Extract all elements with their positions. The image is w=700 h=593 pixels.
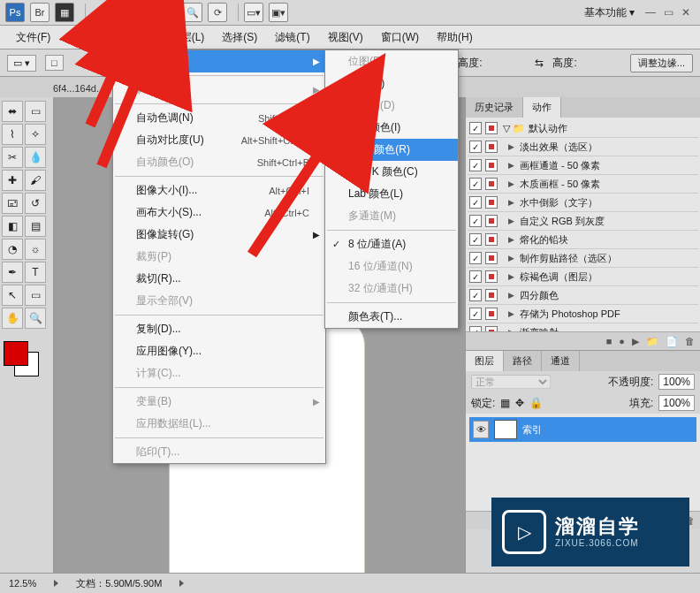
watermark-logo-icon: ▷ <box>502 510 546 554</box>
lock-label: 锁定: <box>471 396 495 411</box>
layer-item[interactable]: 👁 索引 <box>469 417 696 442</box>
action-item[interactable]: ✓▶画框通道 - 50 像素 <box>468 156 698 175</box>
crop-tool-icon[interactable]: ✂ <box>2 147 23 168</box>
screen-mode-icon[interactable]: ▣▾ <box>269 3 288 22</box>
action-item[interactable]: ✓▶淡出效果（选区） <box>468 138 698 156</box>
color-swatches[interactable] <box>2 339 42 369</box>
stop-icon[interactable]: ■ <box>606 336 612 346</box>
menu-filter[interactable]: 滤镜(T) <box>266 27 318 49</box>
menu-select[interactable]: 选择(S) <box>213 27 266 49</box>
zoom-tool-icon[interactable]: 🔍 <box>183 3 202 22</box>
tool-preset[interactable]: ▭ ▾ <box>7 55 36 72</box>
tab-paths[interactable]: 路径 <box>504 351 542 371</box>
fill-field[interactable]: 100% <box>658 395 695 411</box>
record-icon[interactable]: ● <box>619 336 625 346</box>
eyedropper-tool-icon[interactable]: 💧 <box>25 147 46 168</box>
opacity-field[interactable]: 100% <box>658 374 695 390</box>
action-item[interactable]: ✓▶四分颜色 <box>468 286 698 305</box>
gradient-tool-icon[interactable]: ▤ <box>25 216 46 237</box>
move-tool-icon[interactable]: ⬌ <box>2 101 23 122</box>
mi-trap: 陷印(T)... <box>113 441 325 463</box>
menu-window[interactable]: 窗口(W) <box>372 27 428 49</box>
height-label: 高度: <box>458 56 482 71</box>
menu-layer[interactable]: 图层(L) <box>162 27 214 49</box>
tab-channels[interactable]: 通道 <box>542 351 580 371</box>
type-tool-icon[interactable]: T <box>25 262 46 283</box>
layer-thumb <box>494 420 517 439</box>
new-action-icon[interactable]: 📄 <box>666 336 678 347</box>
window-restore[interactable]: ▭ <box>659 6 677 19</box>
brush-tool-icon[interactable]: 🖌 <box>25 170 46 191</box>
mi-ctable[interactable]: 颜色表(T)... <box>325 306 458 328</box>
marquee-tool-icon[interactable]: ▭ <box>25 101 46 122</box>
status-zoom[interactable]: 12.5% <box>9 578 36 589</box>
eraser-tool-icon[interactable]: ◧ <box>2 216 23 237</box>
opacity-label: 不透明度: <box>608 375 653 390</box>
action-item[interactable]: ✓▶制作剪贴路径（选区） <box>468 249 698 268</box>
mi-apply[interactable]: 应用图像(Y)... <box>113 340 325 362</box>
action-item[interactable]: ✓▶木质画框 - 50 像素 <box>468 175 698 194</box>
status-doc-menu-icon[interactable] <box>179 580 184 587</box>
mi-datasets: 应用数据组(L)... <box>113 413 325 435</box>
menu-help[interactable]: 帮助(H) <box>428 27 482 49</box>
action-item[interactable]: ✓▶渐变映射 <box>468 323 698 331</box>
dodge-tool-icon[interactable]: ☼ <box>25 239 46 260</box>
height-label2: 高度: <box>552 56 576 71</box>
blur-tool-icon[interactable]: ◔ <box>2 239 23 260</box>
action-item[interactable]: ✓▶水中倒影（文字） <box>468 194 698 212</box>
mi-trim[interactable]: 裁切(R)... <box>113 268 325 290</box>
tab-actions[interactable]: 动作 <box>523 97 561 118</box>
visibility-icon[interactable]: 👁 <box>473 421 489 438</box>
status-menu-icon[interactable] <box>54 580 58 587</box>
marquee-normal-icon[interactable]: □ <box>45 55 64 71</box>
pen-tool-icon[interactable]: ✒ <box>2 262 23 283</box>
mi-duplicate[interactable]: 复制(D)... <box>113 318 325 340</box>
action-item[interactable]: ✓▶存储为 Photoshop PDF <box>468 305 698 323</box>
status-doc: 文档：5.90M/5.90M <box>76 577 162 590</box>
action-item[interactable]: ✓▶棕褐色调（图层） <box>468 268 698 286</box>
titlebar: Ps Br ▦ 12.5% ▾ ✋ 🔍 ⟳ ▭▾ ▣▾ 基本功能 ▾ — ▭ ✕ <box>0 0 700 26</box>
hand-tool2-icon[interactable]: ✋ <box>2 308 23 329</box>
menu-file[interactable]: 文件(F) <box>7 27 59 49</box>
shape-tool-icon[interactable]: ▭ <box>25 285 46 306</box>
layer-name: 索引 <box>522 423 542 437</box>
action-item[interactable]: ✓▶自定义 RGB 到灰度 <box>468 212 698 231</box>
workspace-switcher[interactable]: 基本功能 ▾ <box>577 5 642 20</box>
window-min[interactable]: — <box>642 6 659 19</box>
mi-calc: 计算(C)... <box>113 362 325 384</box>
bridge-icon[interactable]: Br <box>30 3 49 22</box>
refine-edge-button[interactable]: 调整边缘... <box>630 54 693 72</box>
app-window: Ps Br ▦ 12.5% ▾ ✋ 🔍 ⟳ ▭▾ ▣▾ 基本功能 ▾ — ▭ ✕… <box>0 0 700 593</box>
stamp-tool-icon[interactable]: 🖃 <box>2 193 23 214</box>
new-set-icon[interactable]: 📁 <box>646 336 658 347</box>
statusbar: 12.5% 文档：5.90M/5.90M <box>0 573 700 593</box>
menu-view[interactable]: 视图(V) <box>319 27 372 49</box>
zoom-field[interactable]: 12.5% ▾ <box>91 6 147 19</box>
window-close[interactable]: ✕ <box>677 6 695 19</box>
mi-gray[interactable]: 灰度(G) <box>325 72 458 95</box>
swap-icon[interactable]: ⇆ <box>535 57 544 69</box>
fill-label: 填充: <box>629 396 653 411</box>
lock-position-icon[interactable]: ✥ <box>515 397 524 409</box>
wand-tool-icon[interactable]: ✧ <box>25 124 46 145</box>
actions-root[interactable]: ✓ ▽ 📁 默认动作 <box>468 119 698 138</box>
tab-layers[interactable]: 图层 <box>466 351 504 371</box>
lock-pixels-icon[interactable]: ▦ <box>500 397 510 409</box>
minibridge-icon[interactable]: ▦ <box>55 3 74 22</box>
lasso-tool-icon[interactable]: ⌇ <box>2 124 23 145</box>
trash-icon[interactable]: 🗑 <box>685 336 695 346</box>
svg-line-2 <box>252 141 327 255</box>
heal-tool-icon[interactable]: ✚ <box>2 170 23 191</box>
history-brush-icon[interactable]: ↺ <box>25 193 46 214</box>
blend-mode[interactable]: 正常 <box>471 375 551 389</box>
tab-history[interactable]: 历史记录 <box>466 97 523 118</box>
rotate-view-icon[interactable]: ⟳ <box>208 3 227 22</box>
hand-tool-icon[interactable]: ✋ <box>158 3 178 22</box>
ps-logo-icon: Ps <box>5 3 25 22</box>
lock-all-icon[interactable]: 🔒 <box>529 397 543 409</box>
zoom-tool2-icon[interactable]: 🔍 <box>25 308 46 329</box>
action-item[interactable]: ✓▶熔化的铅块 <box>468 231 698 249</box>
path-tool-icon[interactable]: ↖ <box>2 285 23 306</box>
arrange-icon[interactable]: ▭▾ <box>244 3 263 22</box>
play-icon[interactable]: ▶ <box>632 336 639 347</box>
